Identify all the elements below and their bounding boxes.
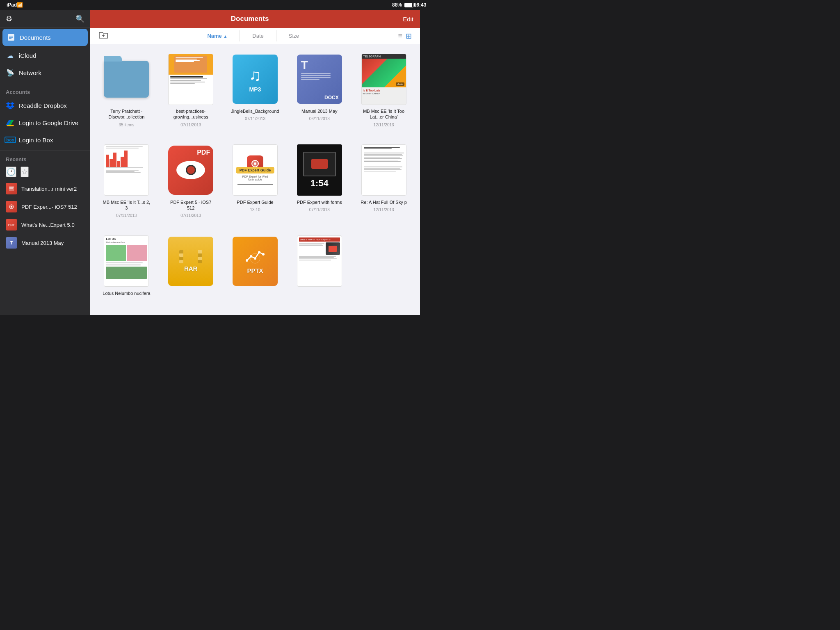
svg-point-17 [262, 253, 265, 256]
box-icon: box [6, 135, 15, 144]
video-icon: 1:54 [297, 144, 342, 196]
file-thumb-mp3: ♫ MP3 [231, 52, 280, 106]
file-item-best-practices[interactable]: best-practices-growing...usiness 07/11/2… [163, 52, 219, 135]
file-thumb-pdf-expert: PDF [166, 144, 215, 197]
grid-view-button[interactable]: ⊞ [406, 32, 412, 41]
recent-label-pdf-expert: PDF Exper...- iOS7 512 [21, 204, 77, 210]
wifi-icon: 📶 [17, 2, 23, 8]
recent-item-whats-new[interactable]: PDF What's Ne...Expert 5.0 [0, 216, 90, 234]
file-item-jinglebells[interactable]: ♫ MP3 JingleBells_Background 07/11/2013 [227, 52, 283, 135]
file-name-mb-msc-ee: MB Msc EE 'Is It Too Lat...er China' [359, 108, 409, 120]
battery-label: 88% [392, 2, 402, 8]
guide-badge: PDF Expert Guide [236, 167, 274, 173]
box-label: Login to Box [19, 137, 53, 144]
sort-by-name-button[interactable]: Name ▲ [195, 30, 240, 41]
file-name-pdf-expert-5: PDF Expert 5 - iOS7 512 [166, 199, 215, 211]
file-meta-pdf-expert-5: 07/11/2013 [180, 213, 201, 218]
recents-clock-tab[interactable]: 🕐 [6, 167, 16, 177]
file-item-manual[interactable]: T DOCX Manual 2013 May 06/11/2013 [291, 52, 347, 135]
file-meta-hat: 12/11/2013 [374, 208, 394, 212]
recents-toolbar: 🕐 ☆ [0, 164, 90, 180]
file-item-pptx[interactable]: PPTX [227, 235, 283, 307]
sidebar-icloud-label: iCloud [19, 52, 37, 59]
status-right: 88% [392, 2, 413, 8]
sidebar-divider-1 [0, 83, 90, 83]
sidebar-item-dropbox[interactable]: Readdle Dropbox [0, 97, 90, 114]
svg-point-13 [246, 259, 248, 262]
new-folder-button[interactable] [94, 31, 112, 41]
file-item-pdf-guide[interactable]: PDF Expert for iPadUser guide PDF Expert… [227, 144, 283, 226]
sidebar-item-documents[interactable]: Documents [2, 29, 88, 46]
battery-icon [404, 3, 413, 7]
file-name-manual: Manual 2013 May [301, 108, 337, 114]
file-thumb-pdf-guide: PDF Expert for iPadUser guide PDF Expert… [231, 144, 280, 197]
folder-icon [104, 61, 149, 98]
svg-point-15 [254, 257, 256, 260]
status-bar: iPad 📶 16:43 88% [0, 0, 420, 10]
recents-section-label: Recents [0, 152, 90, 164]
file-meta-manual: 06/11/2013 [309, 116, 330, 121]
file-meta-jinglebells: 07/11/2013 [245, 116, 265, 121]
file-thumb-video: 1:54 [295, 144, 344, 197]
recent-item-pdf-expert[interactable]: PDF Exper...- iOS7 512 [0, 198, 90, 216]
file-meta-mb-msc-ee-2: 07/11/2013 [116, 213, 137, 218]
file-item-mb-msc-ee[interactable]: TELEGRAPH photo Is It Too Late to Enter … [356, 52, 412, 135]
recent-item-translation[interactable]: Translation...r mini ver2 [0, 180, 90, 198]
sidebar-divider-2 [0, 150, 90, 151]
gdrive-label: Login to Google Drive [19, 119, 78, 126]
file-thumb-rar: RAR [166, 235, 215, 288]
file-item-pdf-expert-5[interactable]: PDF PDF Expert 5 - iOS7 512 07/11/2013 [163, 144, 219, 226]
recent-item-manual[interactable]: T Manual 2013 May [0, 234, 90, 252]
file-name-pdf-guide: PDF Expert Guide [237, 199, 273, 205]
file-item-pdf-forms[interactable]: 1:54 PDF Expert with forms 07/11/2013 [291, 144, 347, 226]
file-thumb-folder [102, 52, 151, 106]
edit-button[interactable]: Edit [403, 16, 413, 23]
recent-thumb-pdf-expert [6, 201, 17, 212]
sort-by-date-button[interactable]: Date [240, 30, 276, 41]
documents-icon [7, 33, 16, 42]
file-meta-best-practices: 07/11/2013 [180, 123, 201, 127]
file-name-lotus: Lotus Nelumbo nucifera [103, 290, 150, 296]
file-item-rar[interactable]: RAR [163, 235, 219, 307]
svg-point-8 [11, 206, 12, 208]
network-icon: 📡 [6, 68, 15, 77]
file-item-mb-msc-ee-2[interactable]: MB Msc EE 'Is It T...s 2, 3 07/11/2013 [98, 144, 155, 226]
file-name-jinglebells: JingleBells_Background [231, 108, 279, 114]
video-duration: 1:54 [310, 178, 329, 189]
recent-thumb-whats-new: PDF [6, 219, 17, 231]
sort-by-size-button[interactable]: Size [276, 30, 311, 41]
mp3-icon: ♫ MP3 [233, 55, 278, 104]
sidebar-item-gdrive[interactable]: Login to Google Drive [0, 114, 90, 131]
main-layout: ⚙ 🔍 Documents ☁ iCloud 📡 Network [0, 10, 420, 315]
file-item-lotus[interactable]: LOTUS Nelumbo nucifera [98, 235, 155, 307]
recent-label-whats-new: What's Ne...Expert 5.0 [21, 222, 75, 228]
settings-button[interactable]: ⚙ [6, 14, 12, 23]
file-name-best-practices: best-practices-growing...usiness [166, 108, 215, 120]
file-item-whatsnew[interactable]: What's new in PDF Expert 5 [291, 235, 347, 307]
recent-thumb-translation [6, 183, 17, 194]
sidebar-item-icloud[interactable]: ☁ iCloud [0, 47, 90, 64]
file-thumb-pptx: PPTX [231, 235, 280, 288]
gdrive-icon [6, 118, 15, 127]
file-item-hat[interactable]: Re: A Hat Full Of Sky p 12/11/2013 [356, 144, 412, 226]
recent-label-manual: Manual 2013 May [21, 240, 64, 246]
file-thumb-pdf-chart [102, 144, 151, 197]
device-label: iPad [7, 2, 17, 8]
search-button[interactable]: 🔍 [75, 14, 84, 23]
sidebar-item-box[interactable]: box Login to Box [0, 131, 90, 148]
dropbox-icon [6, 101, 15, 110]
sort-toolbar: Name ▲ Date Size ≡ ⊞ [90, 28, 420, 44]
file-thumb-lotus: LOTUS Nelumbo nucifera [102, 235, 151, 288]
sidebar-item-network[interactable]: 📡 Network [0, 64, 90, 81]
pdf-expert-eye [176, 161, 205, 179]
file-item-terry-pratchett[interactable]: Terry Pratchett - Discwor...ollection 35… [98, 52, 155, 135]
file-name-terry-pratchett: Terry Pratchett - Discwor...ollection [102, 108, 151, 120]
list-view-button[interactable]: ≡ [398, 32, 402, 41]
file-thumb-best-practices [166, 52, 215, 106]
rar-label: RAR [184, 265, 198, 272]
dropbox-label: Readdle Dropbox [19, 102, 67, 109]
file-meta-mb-msc-ee: 12/11/2013 [374, 123, 394, 127]
recents-star-tab[interactable]: ☆ [21, 167, 29, 177]
file-thumb-magazine: TELEGRAPH photo Is It Too Late to Enter … [359, 52, 409, 106]
sidebar-toolbar: ⚙ 🔍 [0, 10, 90, 28]
